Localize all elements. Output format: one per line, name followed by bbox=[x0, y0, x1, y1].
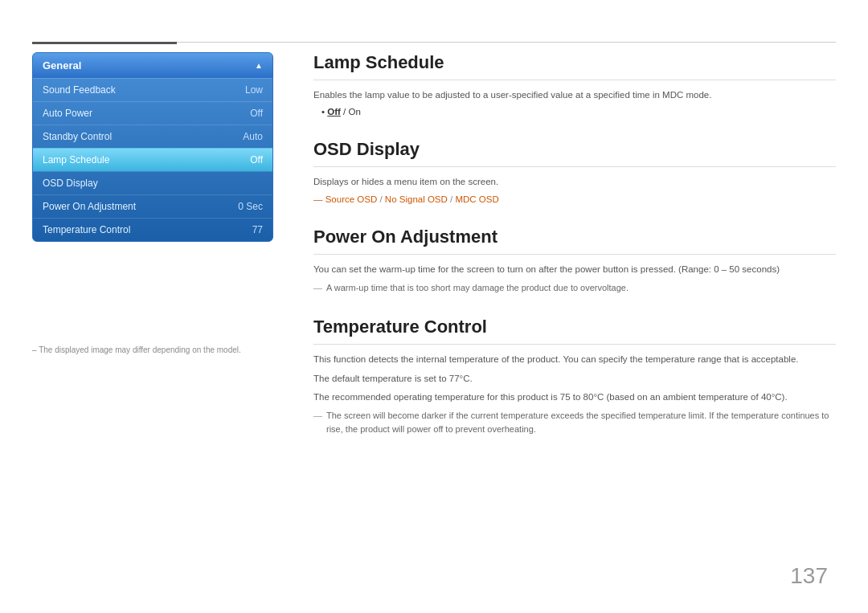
temperature-control-title: Temperature Control bbox=[313, 317, 836, 345]
sidebar-item-sound-feedback[interactable]: Sound Feedback Low bbox=[33, 78, 272, 101]
temperature-note: The screen will become darker if the cur… bbox=[313, 409, 836, 435]
temperature-control-desc3: The recommended operating temperature fo… bbox=[313, 390, 836, 404]
temperature-control-desc2: The default temperature is set to 77°C. bbox=[313, 372, 836, 386]
main-content: Lamp Schedule Enables the lamp value to … bbox=[313, 52, 836, 458]
lamp-schedule-desc: Enables the lamp value to be adjusted to… bbox=[313, 88, 836, 102]
sound-feedback-label: Sound Feedback bbox=[43, 84, 116, 96]
sep2: / bbox=[448, 194, 456, 204]
sidebar-item-auto-power[interactable]: Auto Power Off bbox=[33, 101, 272, 125]
power-on-adjustment-section: Power On Adjustment You can set the warm… bbox=[313, 227, 836, 295]
mdc-osd-link[interactable]: MDC OSD bbox=[455, 194, 498, 204]
sidebar-panel: General ▲ Sound Feedback Low Auto Power … bbox=[32, 52, 273, 242]
lamp-schedule-bullet-1: Off / On bbox=[321, 107, 836, 116]
osd-display-desc: Displays or hides a menu item on the scr… bbox=[313, 175, 836, 189]
standby-control-value: Auto bbox=[243, 131, 263, 142]
sidebar-item-osd-display[interactable]: OSD Display bbox=[33, 171, 272, 194]
sidebar-item-power-on-adjustment[interactable]: Power On Adjustment 0 Sec bbox=[33, 194, 272, 218]
general-menu: General ▲ Sound Feedback Low Auto Power … bbox=[32, 52, 273, 242]
osd-display-title: OSD Display bbox=[313, 139, 836, 167]
osd-display-section: OSD Display Displays or hides a menu ite… bbox=[313, 139, 836, 203]
power-on-adjustment-desc: You can set the warm-up time for the scr… bbox=[313, 263, 836, 276]
sep1: / bbox=[377, 194, 385, 204]
power-on-adjustment-title: Power On Adjustment bbox=[313, 227, 836, 255]
lamp-schedule-label: Lamp Schedule bbox=[43, 154, 109, 166]
general-header: General ▲ bbox=[33, 53, 272, 78]
lamp-schedule-value: Off bbox=[250, 154, 263, 166]
no-signal-osd-link[interactable]: No Signal OSD bbox=[385, 194, 448, 204]
footnote: – The displayed image may differ dependi… bbox=[32, 345, 241, 354]
temperature-control-section: Temperature Control This function detect… bbox=[313, 317, 836, 435]
power-on-adjustment-label: Power On Adjustment bbox=[43, 201, 136, 212]
power-on-adjustment-value: 0 Sec bbox=[238, 201, 263, 212]
auto-power-label: Auto Power bbox=[43, 108, 92, 119]
source-osd-link[interactable]: Source OSD bbox=[326, 194, 378, 204]
osd-links: — Source OSD / No Signal OSD / MDC OSD bbox=[313, 194, 836, 204]
lamp-off-highlight: Off bbox=[327, 107, 341, 116]
auto-power-value: Off bbox=[250, 108, 263, 119]
sound-feedback-value: Low bbox=[245, 84, 263, 96]
standby-control-label: Standby Control bbox=[43, 131, 112, 142]
lamp-slash: / On bbox=[343, 107, 361, 116]
page-number: 137 bbox=[790, 563, 828, 589]
lamp-schedule-bullets: Off / On bbox=[321, 107, 836, 116]
sidebar-item-temperature-control[interactable]: Temperature Control 77 bbox=[33, 218, 272, 241]
temperature-control-value: 77 bbox=[252, 224, 263, 235]
lamp-schedule-title: Lamp Schedule bbox=[313, 52, 836, 80]
collapse-arrow[interactable]: ▲ bbox=[255, 61, 263, 70]
general-title: General bbox=[43, 59, 81, 72]
temperature-control-desc1: This function detects the internal tempe… bbox=[313, 353, 836, 366]
sidebar-item-standby-control[interactable]: Standby Control Auto bbox=[33, 125, 272, 148]
osd-display-label: OSD Display bbox=[43, 178, 98, 189]
top-divider-accent bbox=[32, 42, 177, 44]
lamp-schedule-section: Lamp Schedule Enables the lamp value to … bbox=[313, 52, 836, 116]
power-on-note: A warm-up time that is too short may dam… bbox=[313, 281, 836, 295]
temperature-control-label: Temperature Control bbox=[43, 224, 130, 235]
sidebar-item-lamp-schedule[interactable]: Lamp Schedule Off bbox=[33, 148, 272, 171]
